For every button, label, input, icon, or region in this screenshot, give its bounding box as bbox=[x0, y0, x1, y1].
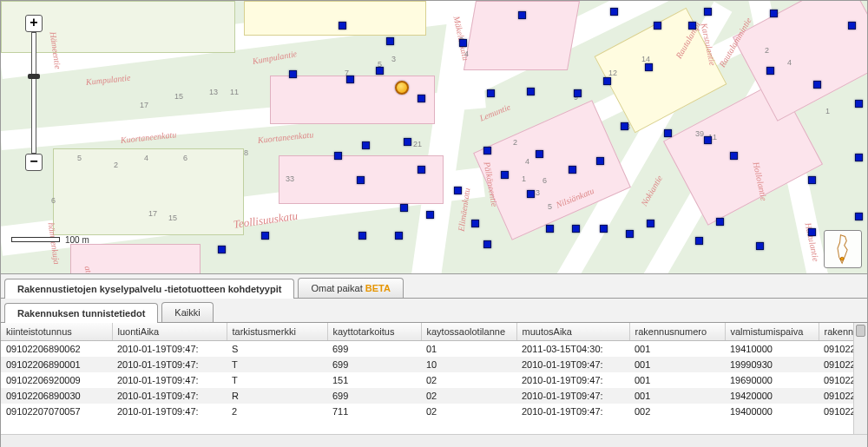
horizontal-scrollbar[interactable] bbox=[1, 434, 867, 447]
building-marker[interactable] bbox=[334, 152, 342, 160]
building-marker[interactable] bbox=[454, 187, 462, 194]
cell: 09102206890030 bbox=[1, 388, 112, 404]
building-marker[interactable] bbox=[289, 70, 297, 78]
building-marker[interactable] bbox=[848, 22, 856, 30]
building-marker[interactable] bbox=[546, 225, 554, 233]
cell: 09102206920009 bbox=[1, 372, 112, 388]
main-tab[interactable]: Omat paikat BETA bbox=[298, 278, 404, 298]
map-viewport[interactable]: KumpulantieKumpulantieKuortaneenkatuKuor… bbox=[0, 0, 868, 274]
building-marker[interactable] bbox=[386, 37, 394, 45]
building-marker[interactable] bbox=[813, 81, 821, 89]
overview-map-toggle[interactable] bbox=[824, 230, 862, 268]
building-marker[interactable] bbox=[855, 100, 863, 108]
building-marker[interactable] bbox=[536, 150, 543, 158]
building-marker[interactable] bbox=[218, 246, 226, 253]
column-header[interactable]: kaytossaolotilanne bbox=[421, 323, 516, 341]
building-marker[interactable] bbox=[487, 89, 495, 97]
building-marker[interactable] bbox=[610, 8, 618, 16]
main-tab[interactable]: Rakennustietojen kyselypalvelu -tietotuo… bbox=[4, 279, 294, 299]
building-marker[interactable] bbox=[855, 154, 863, 161]
column-header[interactable]: muutosAika bbox=[516, 323, 629, 341]
column-header[interactable]: kiinteistotunnus bbox=[1, 323, 112, 341]
building-marker[interactable] bbox=[518, 11, 526, 19]
column-header[interactable]: rakennusnumero bbox=[629, 323, 725, 341]
building-marker[interactable] bbox=[574, 89, 582, 97]
building-marker[interactable] bbox=[603, 77, 611, 85]
building-marker[interactable] bbox=[695, 237, 703, 245]
sub-tab[interactable]: Kaikki bbox=[161, 302, 213, 322]
building-marker[interactable] bbox=[704, 8, 712, 16]
building-marker[interactable] bbox=[483, 147, 491, 154]
building-marker[interactable] bbox=[808, 228, 816, 236]
scrollbar-thumb[interactable] bbox=[856, 325, 865, 337]
table-row[interactable]: 091022068900622010-01-19T09:47:S69901201… bbox=[1, 341, 867, 358]
cell: 19410000 bbox=[725, 341, 819, 358]
zoom-in-button[interactable]: + bbox=[25, 15, 43, 32]
table-scroll[interactable]: kiinteistotunnusluontiAikatarkistusmerkk… bbox=[1, 323, 867, 434]
vertical-scrollbar[interactable] bbox=[853, 323, 867, 434]
table-row[interactable]: 091022070700572010-01-19T09:47:271102201… bbox=[1, 404, 867, 419]
building-marker[interactable] bbox=[426, 211, 434, 219]
building-marker[interactable] bbox=[621, 122, 628, 130]
column-header[interactable]: tarkistusmerkki bbox=[227, 323, 327, 341]
building-marker[interactable] bbox=[704, 136, 712, 144]
house-number: 3 bbox=[391, 55, 396, 63]
building-marker[interactable] bbox=[404, 138, 411, 146]
building-marker[interactable] bbox=[483, 240, 491, 248]
building-marker[interactable] bbox=[730, 152, 738, 160]
building-marker[interactable] bbox=[357, 176, 365, 184]
cell: 2010-01-19T09:47: bbox=[112, 341, 227, 358]
cell: 2010-01-19T09:47: bbox=[516, 388, 629, 404]
column-header[interactable]: kayttotarkoitus bbox=[327, 323, 421, 341]
scale-label: 100 m bbox=[65, 235, 89, 245]
building-marker[interactable] bbox=[418, 166, 425, 174]
cell: 2010-01-19T09:47: bbox=[516, 357, 629, 372]
building-marker[interactable] bbox=[626, 230, 634, 238]
building-marker[interactable] bbox=[527, 88, 535, 95]
building-marker[interactable] bbox=[395, 232, 403, 240]
building-marker[interactable] bbox=[358, 232, 366, 240]
table-row[interactable]: 091022068900012010-01-19T09:47:T69910201… bbox=[1, 357, 867, 372]
building-marker[interactable] bbox=[376, 67, 384, 75]
building-marker[interactable] bbox=[654, 22, 661, 30]
building-marker[interactable] bbox=[600, 225, 608, 233]
building-marker[interactable] bbox=[471, 220, 479, 227]
building-marker[interactable] bbox=[261, 232, 269, 240]
building-marker[interactable] bbox=[855, 213, 863, 220]
building-marker[interactable] bbox=[527, 190, 535, 198]
house-number: 2 bbox=[765, 46, 769, 55]
cell: T bbox=[227, 372, 327, 388]
building-marker[interactable] bbox=[756, 242, 764, 250]
column-header[interactable]: valmistumispaiva bbox=[725, 323, 819, 341]
cell: 19990930 bbox=[725, 357, 819, 372]
column-header[interactable]: luontiAika bbox=[112, 323, 227, 341]
building-marker[interactable] bbox=[572, 225, 580, 233]
building-marker[interactable] bbox=[501, 171, 509, 179]
main-tabs: Rakennustietojen kyselypalvelu -tietotuo… bbox=[1, 274, 867, 299]
table-row[interactable]: 091022069200092010-01-19T09:47:T15102201… bbox=[1, 372, 867, 388]
zoom-slider-handle[interactable] bbox=[28, 74, 40, 79]
building-marker[interactable] bbox=[569, 166, 576, 174]
building-marker[interactable] bbox=[808, 176, 816, 184]
cell: T bbox=[227, 357, 327, 372]
building-marker[interactable] bbox=[664, 129, 672, 137]
table-row[interactable]: 091022068900302010-01-19T09:47:R69902201… bbox=[1, 388, 867, 404]
building-marker[interactable] bbox=[645, 63, 653, 71]
house-number: 4 bbox=[787, 58, 792, 67]
building-marker[interactable] bbox=[400, 204, 408, 212]
building-marker[interactable] bbox=[362, 141, 370, 149]
building-marker[interactable] bbox=[596, 157, 604, 165]
building-marker[interactable] bbox=[770, 10, 778, 17]
building-marker[interactable] bbox=[716, 218, 724, 226]
zoom-out-button[interactable]: − bbox=[25, 154, 43, 171]
building-marker[interactable] bbox=[688, 22, 696, 30]
zoom-slider-track[interactable] bbox=[31, 32, 36, 154]
selected-marker[interactable] bbox=[395, 81, 409, 95]
sub-tab[interactable]: Rakennuksen tunnistetiedot bbox=[4, 303, 158, 323]
building-marker[interactable] bbox=[339, 22, 346, 30]
building-marker[interactable] bbox=[459, 39, 467, 47]
building-marker[interactable] bbox=[766, 67, 774, 75]
building-marker[interactable] bbox=[346, 76, 354, 83]
building-marker[interactable] bbox=[647, 220, 654, 227]
building-marker[interactable] bbox=[418, 95, 425, 102]
